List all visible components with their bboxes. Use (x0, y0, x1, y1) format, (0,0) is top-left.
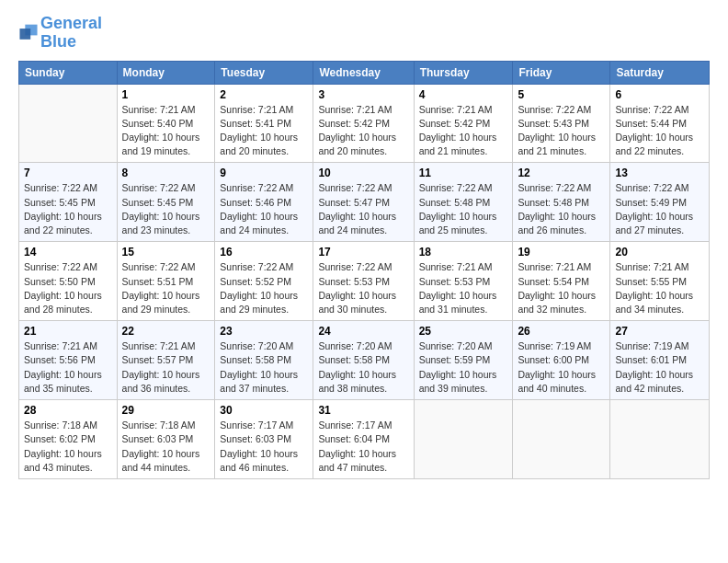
day-info: Sunrise: 7:21 AMSunset: 5:56 PMDaylight:… (24, 339, 112, 396)
calendar-cell (513, 400, 610, 479)
calendar-cell: 4Sunrise: 7:21 AMSunset: 5:42 PMDaylight… (414, 84, 513, 163)
calendar-cell: 1Sunrise: 7:21 AMSunset: 5:40 PMDaylight… (117, 84, 215, 163)
calendar-cell: 11Sunrise: 7:22 AMSunset: 5:48 PMDayligh… (414, 163, 513, 242)
calendar-week-row: 28Sunrise: 7:18 AMSunset: 6:02 PMDayligh… (19, 400, 710, 479)
header-cell-wednesday: Wednesday (313, 61, 414, 84)
calendar-cell: 2Sunrise: 7:21 AMSunset: 5:41 PMDaylight… (215, 84, 313, 163)
day-info: Sunrise: 7:21 AMSunset: 5:54 PMDaylight:… (518, 260, 605, 316)
day-info: Sunrise: 7:22 AMSunset: 5:49 PMDaylight:… (615, 181, 704, 237)
calendar-cell: 3Sunrise: 7:21 AMSunset: 5:42 PMDaylight… (313, 84, 414, 163)
calendar-cell: 28Sunrise: 7:18 AMSunset: 6:02 PMDayligh… (19, 400, 118, 479)
day-number: 2 (220, 88, 308, 101)
header-cell-friday: Friday (513, 61, 610, 84)
calendar-cell: 18Sunrise: 7:21 AMSunset: 5:53 PMDayligh… (414, 242, 513, 321)
day-info: Sunrise: 7:22 AMSunset: 5:51 PMDaylight:… (122, 260, 210, 316)
day-info: Sunrise: 7:20 AMSunset: 5:59 PMDaylight:… (419, 339, 508, 396)
day-number: 12 (518, 167, 605, 179)
day-number: 28 (24, 404, 112, 417)
day-number: 17 (318, 246, 408, 259)
day-number: 22 (122, 325, 210, 338)
day-info: Sunrise: 7:19 AMSunset: 6:00 PMDaylight:… (518, 339, 605, 396)
day-number: 8 (122, 167, 210, 179)
day-info: Sunrise: 7:17 AMSunset: 6:03 PMDaylight:… (220, 419, 308, 475)
day-info: Sunrise: 7:19 AMSunset: 6:01 PMDaylight:… (615, 339, 704, 396)
calendar-cell: 27Sunrise: 7:19 AMSunset: 6:01 PMDayligh… (610, 321, 710, 400)
day-info: Sunrise: 7:20 AMSunset: 5:58 PMDaylight:… (318, 339, 408, 396)
day-info: Sunrise: 7:22 AMSunset: 5:53 PMDaylight:… (318, 260, 408, 316)
calendar-cell: 29Sunrise: 7:18 AMSunset: 6:03 PMDayligh… (117, 400, 215, 479)
day-number: 23 (220, 325, 308, 338)
day-number: 20 (615, 246, 704, 259)
day-info: Sunrise: 7:22 AMSunset: 5:48 PMDaylight:… (518, 181, 605, 237)
calendar-cell: 23Sunrise: 7:20 AMSunset: 5:58 PMDayligh… (215, 321, 313, 400)
calendar-cell (414, 400, 513, 479)
day-number: 25 (419, 325, 508, 338)
calendar-cell: 16Sunrise: 7:22 AMSunset: 5:52 PMDayligh… (215, 242, 313, 321)
day-number: 30 (220, 404, 308, 417)
day-info: Sunrise: 7:22 AMSunset: 5:48 PMDaylight:… (419, 181, 508, 237)
day-info: Sunrise: 7:21 AMSunset: 5:53 PMDaylight:… (419, 260, 508, 316)
day-info: Sunrise: 7:22 AMSunset: 5:46 PMDaylight:… (220, 181, 308, 237)
calendar-week-row: 7Sunrise: 7:22 AMSunset: 5:45 PMDaylight… (19, 163, 710, 242)
day-number: 18 (419, 246, 508, 259)
calendar-cell: 20Sunrise: 7:21 AMSunset: 5:55 PMDayligh… (610, 242, 710, 321)
day-number: 14 (24, 246, 112, 259)
header-cell-tuesday: Tuesday (215, 61, 313, 84)
calendar-cell: 8Sunrise: 7:22 AMSunset: 5:45 PMDaylight… (117, 163, 215, 242)
day-number: 21 (24, 325, 112, 338)
calendar-cell: 6Sunrise: 7:22 AMSunset: 5:44 PMDaylight… (610, 84, 710, 163)
header: General Blue (18, 15, 710, 52)
day-number: 16 (220, 246, 308, 259)
day-number: 24 (318, 325, 408, 338)
calendar-cell: 25Sunrise: 7:20 AMSunset: 5:59 PMDayligh… (414, 321, 513, 400)
day-info: Sunrise: 7:21 AMSunset: 5:40 PMDaylight:… (122, 103, 210, 159)
calendar-cell: 30Sunrise: 7:17 AMSunset: 6:03 PMDayligh… (215, 400, 313, 479)
day-number: 19 (518, 246, 605, 259)
day-number: 7 (24, 167, 112, 179)
day-info: Sunrise: 7:21 AMSunset: 5:57 PMDaylight:… (122, 339, 210, 396)
day-number: 4 (419, 88, 508, 101)
calendar-cell (19, 84, 118, 163)
calendar-cell: 12Sunrise: 7:22 AMSunset: 5:48 PMDayligh… (513, 163, 610, 242)
day-number: 5 (518, 88, 605, 101)
day-info: Sunrise: 7:21 AMSunset: 5:55 PMDaylight:… (615, 260, 704, 316)
calendar-cell: 21Sunrise: 7:21 AMSunset: 5:56 PMDayligh… (19, 321, 118, 400)
calendar-cell: 10Sunrise: 7:22 AMSunset: 5:47 PMDayligh… (313, 163, 414, 242)
day-info: Sunrise: 7:22 AMSunset: 5:43 PMDaylight:… (518, 103, 605, 159)
calendar-cell: 19Sunrise: 7:21 AMSunset: 5:54 PMDayligh… (513, 242, 610, 321)
calendar-week-row: 1Sunrise: 7:21 AMSunset: 5:40 PMDaylight… (19, 84, 710, 163)
day-number: 1 (122, 88, 210, 101)
day-number: 29 (122, 404, 210, 417)
calendar-cell: 31Sunrise: 7:17 AMSunset: 6:04 PMDayligh… (313, 400, 414, 479)
calendar-cell: 26Sunrise: 7:19 AMSunset: 6:00 PMDayligh… (513, 321, 610, 400)
day-info: Sunrise: 7:22 AMSunset: 5:45 PMDaylight:… (122, 181, 210, 237)
calendar-week-row: 14Sunrise: 7:22 AMSunset: 5:50 PMDayligh… (19, 242, 710, 321)
day-info: Sunrise: 7:20 AMSunset: 5:58 PMDaylight:… (220, 339, 308, 396)
day-info: Sunrise: 7:17 AMSunset: 6:04 PMDaylight:… (318, 419, 408, 475)
calendar-cell: 14Sunrise: 7:22 AMSunset: 5:50 PMDayligh… (19, 242, 118, 321)
day-info: Sunrise: 7:18 AMSunset: 6:03 PMDaylight:… (122, 419, 210, 475)
day-info: Sunrise: 7:18 AMSunset: 6:02 PMDaylight:… (24, 419, 112, 475)
day-info: Sunrise: 7:21 AMSunset: 5:41 PMDaylight:… (220, 103, 308, 159)
day-number: 26 (518, 325, 605, 338)
calendar-cell: 17Sunrise: 7:22 AMSunset: 5:53 PMDayligh… (313, 242, 414, 321)
day-number: 3 (318, 88, 408, 101)
day-info: Sunrise: 7:22 AMSunset: 5:45 PMDaylight:… (24, 181, 112, 237)
calendar-table: SundayMondayTuesdayWednesdayThursdayFrid… (18, 61, 710, 479)
calendar-cell: 24Sunrise: 7:20 AMSunset: 5:58 PMDayligh… (313, 321, 414, 400)
day-number: 13 (615, 167, 704, 179)
logo-text: General Blue (40, 15, 102, 52)
calendar-cell: 15Sunrise: 7:22 AMSunset: 5:51 PMDayligh… (117, 242, 215, 321)
day-number: 31 (318, 404, 408, 417)
calendar-cell: 7Sunrise: 7:22 AMSunset: 5:45 PMDaylight… (19, 163, 118, 242)
header-cell-sunday: Sunday (19, 61, 118, 84)
day-info: Sunrise: 7:22 AMSunset: 5:47 PMDaylight:… (318, 181, 408, 237)
calendar-cell (610, 400, 710, 479)
logo: General Blue (18, 15, 102, 52)
calendar-cell: 9Sunrise: 7:22 AMSunset: 5:46 PMDaylight… (215, 163, 313, 242)
day-number: 10 (318, 167, 408, 179)
svg-marker-1 (19, 29, 30, 40)
header-cell-saturday: Saturday (610, 61, 710, 84)
header-cell-monday: Monday (117, 61, 215, 84)
calendar-week-row: 21Sunrise: 7:21 AMSunset: 5:56 PMDayligh… (19, 321, 710, 400)
